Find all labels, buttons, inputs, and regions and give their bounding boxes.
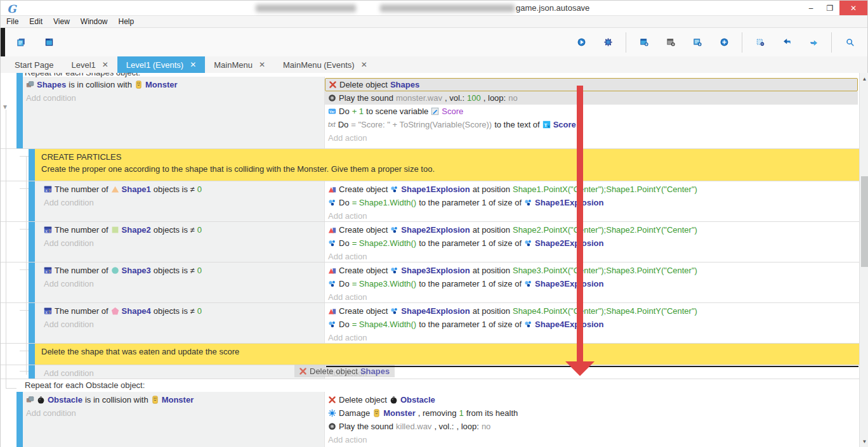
action-row[interactable]: Do = Shape1.Width() to the parameter 1 o… — [325, 196, 859, 209]
svg-text:T: T — [544, 122, 547, 128]
add-action-link[interactable]: Add action — [325, 209, 859, 223]
menu-view[interactable]: View — [53, 17, 70, 26]
action-row[interactable]: Delete object Obstacle — [325, 393, 859, 406]
add-condition-link[interactable]: Add condition — [35, 236, 324, 250]
event-block[interactable]: Repeat for each Obstacle object:Obstacle… — [1, 379, 859, 447]
text-segment: at position — [473, 266, 510, 275]
add-event-button[interactable] — [633, 31, 655, 54]
condition-row[interactable]: x?The number of Shape3 objects is ≠ 0 — [35, 264, 324, 277]
debug-button[interactable] — [596, 31, 619, 54]
action-row[interactable]: Create object Shape1Explosion at positio… — [325, 183, 859, 196]
add-condition-link[interactable]: Add condition — [23, 406, 324, 420]
text-segment: = Shape1.Width() — [352, 198, 417, 207]
action-row[interactable]: Play the sound monster.wav, vol.: 100, l… — [325, 91, 858, 105]
tab-level1-events-[interactable]: Level1 (Events)✕ — [117, 56, 205, 73]
action-row[interactable]: Delete object Shapes — [325, 78, 858, 91]
tab-start-page[interactable]: Start Page — [6, 56, 62, 73]
tab-mainmenu[interactable]: MainMenu✕ — [205, 56, 274, 73]
conditions-column: Add condition — [35, 365, 324, 379]
comment-block[interactable]: CREATE PARTICLESCreate the proper one ac… — [1, 149, 859, 181]
scroll-down-icon[interactable]: ▼ — [860, 437, 868, 446]
condition-row[interactable]: x?The number of Shape2 objects is ≠ 0 — [35, 223, 324, 236]
action-row[interactable]: Do = Shape3.Width() to the parameter 1 o… — [325, 277, 859, 290]
text-segment: Do — [339, 198, 350, 207]
close-tab-icon[interactable]: ✕ — [361, 60, 367, 69]
text-segment: Score — [553, 120, 576, 129]
svg-text:?: ? — [48, 269, 51, 274]
menu-window[interactable]: Window — [81, 17, 108, 26]
project-manager-button[interactable] — [10, 31, 32, 54]
collapse-arrow-icon[interactable]: ▼ — [2, 103, 8, 110]
text-segment: 0 — [197, 266, 202, 275]
action-row[interactable]: Create object Shape4Explosion at positio… — [325, 304, 859, 318]
comment-title: CREATE PARTICLES — [41, 152, 859, 162]
scroll-up-icon[interactable]: ▲ — [860, 74, 868, 84]
event-block[interactable]: x?The number of Shape1 objects is ≠ 0Add… — [1, 181, 859, 221]
add-comment-button[interactable] — [659, 31, 682, 54]
add-condition-label: Add condition — [26, 93, 76, 103]
particle-icon — [390, 307, 398, 315]
comment-box[interactable]: Delete the shape that was eaten and upda… — [35, 344, 859, 365]
undo-button[interactable] — [775, 31, 798, 54]
add-circle-button[interactable] — [713, 31, 735, 54]
preview-play-button[interactable] — [570, 31, 593, 54]
add-comment-icon — [667, 38, 675, 46]
close-button[interactable]: ✕ — [839, 1, 867, 15]
minimize-button[interactable]: – — [801, 1, 820, 15]
event-block[interactable]: Repeat for each Shapes object:Shapes is … — [1, 73, 859, 148]
scrollbar-thumb[interactable] — [861, 176, 868, 267]
event-block[interactable]: x?The number of Shape2 objects is ≠ 0Add… — [1, 222, 859, 262]
redo-button[interactable] — [802, 31, 825, 54]
add-action-link[interactable]: Add action — [325, 131, 859, 145]
event-block[interactable]: x?The number of Shape3 objects is ≠ 0Add… — [1, 262, 859, 302]
close-tab-icon[interactable]: ✕ — [190, 60, 196, 69]
add-action-link[interactable]: Add action — [325, 290, 859, 304]
action-row[interactable]: Play the sound killed.wav, vol.: , loop:… — [325, 420, 859, 433]
close-tab-icon[interactable]: ✕ — [259, 60, 265, 69]
start-page-button[interactable] — [37, 31, 60, 54]
condition-row[interactable]: x?The number of Shape1 objects is ≠ 0 — [35, 183, 324, 196]
text-segment: The number of — [55, 185, 109, 194]
add-condition-link[interactable]: Add condition — [35, 277, 324, 290]
search-button[interactable] — [838, 31, 861, 54]
comment-box[interactable]: CREATE PARTICLESCreate the proper one ac… — [35, 149, 859, 181]
comment-body: Create the proper one according to the s… — [41, 164, 859, 174]
menu-edit[interactable]: Edit — [29, 17, 43, 26]
comment-block[interactable]: Delete the shape that was eaten and upda… — [1, 344, 859, 365]
action-row[interactable]: Do = Shape2.Width() to the parameter 1 o… — [325, 236, 859, 250]
action-row[interactable]: VarDo + 1 to scene variable Score — [325, 105, 859, 118]
add-condition-link[interactable]: Add condition — [35, 196, 324, 209]
action-row[interactable]: Create object Shape3Explosion at positio… — [325, 264, 859, 277]
app-window: G game.json.autosave – ❐ ✕ File Edit Vie… — [0, 0, 868, 447]
drag-direction-arrowhead — [565, 361, 595, 376]
add-action-link[interactable]: Add action — [325, 331, 859, 344]
tree-tick — [20, 156, 29, 157]
condition-row[interactable]: x?The number of Shape4 objects is ≠ 0 — [35, 304, 324, 318]
event-indent-bar — [29, 303, 35, 343]
action-row[interactable]: Do = Shape4.Width() to the parameter 1 o… — [325, 318, 859, 331]
add-subevent-button[interactable] — [686, 31, 709, 54]
add-condition-link[interactable]: Add condition — [35, 318, 324, 331]
vertical-scrollbar[interactable]: ▲ ▼ — [859, 73, 868, 447]
condition-row[interactable]: Obstacle is in collision with Monster — [23, 393, 324, 406]
menu-help[interactable]: Help — [119, 17, 135, 26]
add-action-link[interactable]: Add action — [325, 250, 859, 263]
add-event-icon — [640, 38, 648, 46]
maximize-button[interactable]: ❐ — [820, 1, 839, 15]
action-row[interactable]: Create object Shape2Explosion at positio… — [325, 223, 859, 236]
action-row[interactable]: txtDo = "Score: " + ToString(Variable(Sc… — [325, 118, 859, 131]
condition-row[interactable]: Shapes is in collision with Monster — [23, 78, 324, 91]
tab-mainmenu-events-[interactable]: MainMenu (Events)✕ — [274, 56, 376, 73]
add-condition-link[interactable]: Add condition — [23, 91, 324, 105]
add-condition-label: Add condition — [44, 279, 94, 288]
close-tab-icon[interactable]: ✕ — [102, 60, 109, 69]
tab-level1[interactable]: Level1✕ — [62, 56, 117, 73]
event-block[interactable]: x?The number of Shape4 objects is ≠ 0Add… — [1, 303, 859, 343]
text-segment: Shape4 — [122, 306, 151, 316]
action-row[interactable]: Damage Monster, removing 1 from its heal… — [325, 406, 859, 420]
menu-file[interactable]: File — [6, 17, 18, 26]
add-action-link[interactable]: Add action — [325, 433, 859, 446]
add-condition-link[interactable]: Add condition — [35, 366, 324, 380]
event-block[interactable]: Add conditionAdd action — [1, 365, 859, 379]
delete-event-button[interactable] — [749, 31, 772, 54]
